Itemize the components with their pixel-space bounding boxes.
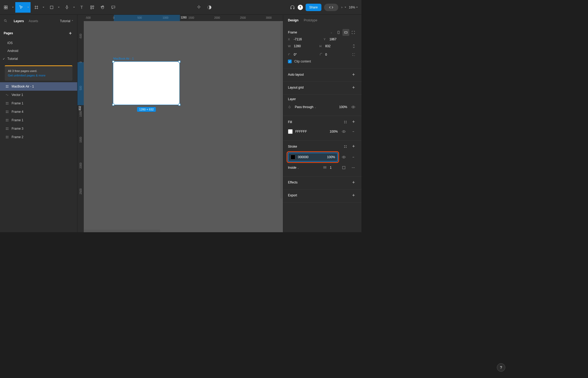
frame-tool[interactable]: [31, 2, 46, 13]
stroke-sides[interactable]: [340, 164, 347, 171]
layer-macbook-air-1[interactable]: MacBook Air - 1: [0, 82, 77, 91]
scrollbar-horizontal[interactable]: [84, 230, 160, 232]
fill-swatch[interactable]: [288, 129, 293, 134]
add-stroke[interactable]: +: [350, 143, 357, 149]
hand-tool[interactable]: [97, 2, 108, 13]
scrollbar-vertical-thumb[interactable]: [280, 23, 282, 198]
add-export[interactable]: +: [350, 192, 357, 198]
frame-label[interactable]: MacBook Air - 1: [113, 57, 134, 60]
add-page-button[interactable]: +: [67, 30, 74, 36]
canvas-inner[interactable]: MacBook Air - 1 1280 × 832: [84, 21, 283, 232]
share-button[interactable]: Share: [306, 4, 321, 11]
comment-tool[interactable]: [108, 2, 119, 13]
remove-stroke[interactable]: −: [350, 154, 357, 161]
layer-frame-2[interactable]: Frame 2: [0, 133, 77, 141]
pen-tool[interactable]: [61, 2, 76, 13]
present-button[interactable]: [341, 5, 346, 10]
move-tool[interactable]: [15, 2, 31, 13]
orientation-portrait[interactable]: [335, 29, 342, 36]
ruler-horizontal: -500 0 500 1000 1500 2000 2500 3000 1280: [84, 15, 283, 21]
rotation-icon: [288, 53, 292, 56]
stroke-opacity-input[interactable]: 100%: [327, 155, 335, 159]
h-input[interactable]: 832: [325, 44, 349, 48]
text-tool[interactable]: [76, 2, 87, 13]
resources-tool[interactable]: [87, 2, 97, 13]
layers-tab[interactable]: Layers: [14, 19, 24, 23]
search-icon[interactable]: [4, 19, 7, 23]
page-item-ios[interactable]: iOS: [0, 39, 77, 47]
layer-vector-1[interactable]: Vector 1: [0, 91, 77, 99]
design-tab[interactable]: Design: [288, 18, 298, 22]
layer-frame-1a[interactable]: Frame 1: [0, 99, 77, 108]
remove-fill[interactable]: −: [350, 128, 357, 135]
rotation-input[interactable]: 0°: [294, 53, 317, 56]
svg-rect-3: [6, 7, 7, 9]
canvas[interactable]: -500 0 500 1000 1500 2000 2500 3000 1280…: [77, 15, 283, 232]
add-fill[interactable]: +: [350, 119, 357, 125]
frame-dropdown[interactable]: Frame ⌄: [288, 31, 332, 34]
prototype-tab[interactable]: Prototype: [304, 18, 317, 22]
stroke-color-row[interactable]: 000000 100%: [288, 153, 338, 162]
clip-content-checkbox[interactable]: ✓: [288, 60, 292, 63]
stroke-width-input[interactable]: 1: [330, 166, 338, 169]
tutorial-dropdown[interactable]: Tutorial⌃: [60, 19, 74, 23]
layer-frame-4[interactable]: Frame 4: [0, 108, 77, 116]
clip-content-label: Clip content: [294, 60, 311, 63]
w-input[interactable]: 1280: [294, 44, 317, 48]
layer-opacity-input[interactable]: 100%: [339, 105, 347, 109]
contrast-icon[interactable]: [207, 5, 212, 10]
independent-corners[interactable]: [351, 51, 357, 58]
shape-tool[interactable]: [46, 2, 61, 13]
stroke-styles-icon[interactable]: [342, 143, 349, 150]
stroke-advanced[interactable]: ⋯: [350, 164, 357, 171]
svg-rect-4: [50, 6, 53, 9]
fill-opacity-input[interactable]: 100%: [330, 130, 338, 133]
stroke-width-icon: [323, 166, 327, 169]
menu-button[interactable]: [0, 2, 15, 13]
avatar-badge[interactable]: T: [298, 5, 303, 10]
layer-frame-1b[interactable]: Frame 1: [0, 116, 77, 124]
svg-rect-11: [345, 32, 347, 33]
vector-icon: [5, 93, 9, 97]
frame-icon: [5, 110, 9, 114]
constrain-proportions[interactable]: [351, 43, 357, 50]
x-label: X: [288, 38, 292, 41]
frame-macbook-air[interactable]: MacBook Air - 1: [113, 62, 179, 105]
upgrade-banner: All 3 free pages used. Get unlimited pag…: [5, 65, 72, 81]
fill-visibility[interactable]: [340, 128, 347, 135]
add-layout-grid[interactable]: +: [350, 84, 357, 91]
add-auto-layout[interactable]: +: [350, 71, 357, 78]
add-effect[interactable]: +: [350, 179, 357, 186]
y-input[interactable]: 1867: [330, 37, 357, 41]
stroke-visibility[interactable]: [340, 154, 347, 161]
svg-point-22: [343, 157, 344, 158]
ruler-selection-v: [77, 62, 84, 105]
radius-input[interactable]: 0: [325, 53, 349, 56]
ai-icon[interactable]: [196, 5, 202, 10]
visibility-toggle[interactable]: [350, 104, 357, 110]
svg-point-20: [344, 147, 345, 148]
svg-point-13: [344, 121, 345, 122]
scrollbar-vertical-track[interactable]: [280, 23, 282, 230]
fill-styles-icon[interactable]: [342, 119, 349, 125]
headphones-icon[interactable]: [290, 5, 295, 10]
dev-mode-toggle[interactable]: [324, 4, 338, 11]
svg-rect-7: [91, 8, 92, 9]
stroke-swatch[interactable]: [291, 155, 295, 159]
page-item-android[interactable]: Android: [0, 47, 77, 55]
dimension-badge: 1280 × 832: [137, 107, 156, 112]
stroke-position-dropdown[interactable]: Inside ⌄: [288, 166, 320, 169]
x-input[interactable]: -7116: [294, 37, 321, 41]
orientation-landscape[interactable]: [342, 29, 349, 36]
svg-rect-0: [4, 6, 6, 7]
assets-tab[interactable]: Assets: [29, 19, 38, 23]
blend-mode-dropdown[interactable]: Pass through ⌄: [295, 105, 336, 109]
svg-point-15: [344, 123, 345, 123]
stroke-hex-input[interactable]: 000000: [298, 155, 324, 159]
layer-frame-3[interactable]: Frame 3: [0, 124, 77, 133]
page-item-tutorial[interactable]: Tutorial: [0, 55, 77, 63]
zoom-control[interactable]: 16%: [349, 6, 358, 9]
resize-to-fit[interactable]: [350, 29, 357, 36]
fill-hex-input[interactable]: FFFFFF: [295, 130, 327, 133]
upgrade-link[interactable]: Get unlimited pages & more: [8, 74, 46, 77]
